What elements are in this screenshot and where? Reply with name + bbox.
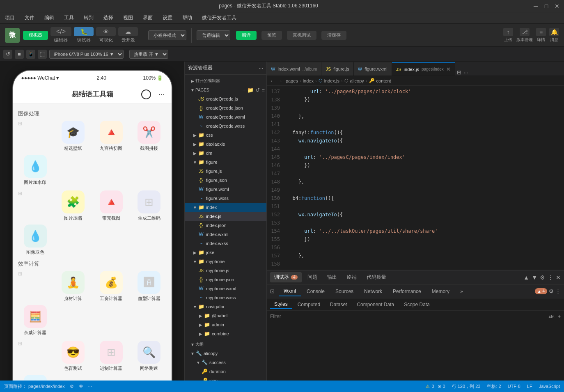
icon-item-salary[interactable]: 💰 工资计算器 [94, 271, 129, 302]
tree-admin-folder[interactable]: ▶ 📁 admin [185, 320, 266, 329]
status-dots[interactable]: ··· [88, 384, 92, 389]
tree-dm-folder[interactable]: ▶ 📁 dm [185, 149, 266, 158]
inspector-tab-more[interactable]: » [455, 287, 468, 296]
inspector-settings[interactable]: ⚙ [549, 288, 554, 294]
devtools-tab-terminal[interactable]: 终端 [343, 272, 361, 282]
breadcrumb-pages[interactable]: pages [286, 78, 298, 83]
devtools-tab-output[interactable]: 输出 [323, 272, 341, 282]
tree-alicopy[interactable]: ▼ 🔧 alicopy [185, 349, 266, 358]
breadcrumb-content[interactable]: content [376, 78, 391, 83]
style-tab-dataset[interactable]: Dataset [326, 300, 351, 309]
pages-new-folder[interactable]: 📁 [247, 87, 254, 93]
tab-figure-wxml[interactable]: W figure.wxml [354, 62, 392, 76]
tab-index-wxml[interactable]: W index.wxml ../album [267, 62, 321, 76]
style-tab-styles[interactable]: Styles [270, 300, 292, 309]
icon-item-relative[interactable]: 🧮 亲戚计算器 [18, 305, 53, 336]
tab-index-js[interactable]: JS index.js pages\index ✕ [392, 62, 455, 76]
menu-帮助[interactable]: 帮助 [181, 14, 194, 22]
tab-figure-js[interactable]: JS figure.js [321, 62, 353, 76]
devtools-down-btn[interactable]: ▼ [532, 274, 537, 281]
tree-css-folder[interactable]: ▶ 📁 css [185, 131, 266, 140]
inspector-tab-memory[interactable]: Memory [427, 287, 454, 296]
real-debug-button[interactable]: 真机调试 [287, 31, 316, 40]
tree-index-json[interactable]: {} index.json [185, 221, 266, 230]
minimize-button[interactable]: ─ [533, 3, 539, 9]
tree-myphone-js[interactable]: JS myphone.js [185, 266, 266, 275]
menu-转到[interactable]: 转到 [82, 14, 95, 22]
breadcrumb-alicopy[interactable]: alicopy [350, 78, 364, 83]
menu-微信开发者工具[interactable]: 微信开发者工具 [200, 14, 238, 22]
devtools-more-btn[interactable]: ⋮ [548, 274, 553, 281]
code-editor[interactable]: 1371381391401411421431441451461471481491… [267, 86, 564, 270]
tab-split[interactable]: ⊟ [457, 69, 461, 76]
menu-选择[interactable]: 选择 [102, 14, 115, 22]
tree-outline-section[interactable]: ▼ 大纲 [185, 340, 266, 349]
tree-open-editors[interactable]: ▶ 打开的编辑器 [185, 76, 266, 85]
menu-项目[interactable]: 项目 [3, 14, 16, 22]
icon-item-blood[interactable]: 🅰 血型计算器 [132, 271, 167, 302]
pages-new-file[interactable]: + [243, 87, 246, 93]
tree-daxiaoxie-folder[interactable]: ▶ 📁 daxiaoxie [185, 140, 266, 149]
devtools-tab-problems[interactable]: 问题 [303, 272, 321, 282]
inspector-selector-btn[interactable]: ⊡ [270, 288, 275, 294]
message-btn-group[interactable]: 🔔 消息 [549, 28, 559, 43]
status-settings[interactable]: ⚙ [70, 384, 74, 389]
tree-figure-folder[interactable]: ▼ 📁 figure [185, 158, 266, 167]
icon-item-watermark[interactable]: 💧 图片加水印 [18, 155, 53, 186]
devtools-settings-btn[interactable]: ⚙ [540, 274, 545, 281]
menu-编辑[interactable]: 编辑 [43, 14, 56, 22]
menu-视图[interactable]: 视图 [122, 14, 135, 22]
style-tab-scope-data[interactable]: Scope Data [400, 300, 434, 309]
preview-button[interactable]: 预览 [261, 31, 282, 40]
tree-createQrcode-js[interactable]: JS createQrcode.js [185, 94, 266, 103]
tab-close-index-js[interactable]: ✕ [446, 66, 451, 72]
detail-btn-group[interactable]: ≡ 详情 [536, 28, 546, 43]
simulator-button[interactable]: 模拟器 [23, 31, 48, 40]
icon-item-grid-cut[interactable]: 🔺 九宫格切图 [94, 121, 129, 151]
tree-icon[interactable]: 🔑 icon [185, 376, 266, 381]
breadcrumb-index[interactable]: index [303, 78, 314, 83]
tree-joke-folder[interactable]: ▶ 📁 joke [185, 248, 266, 257]
icon-item-color-pick[interactable]: 💧 图像取色 [18, 225, 53, 255]
tree-myphone-wxss[interactable]: ~ myphone.wxss [185, 293, 266, 302]
close-button[interactable]: ✕ [554, 3, 560, 9]
visualize-button[interactable]: 👁 [96, 27, 116, 36]
devtools-close-btn[interactable]: ✕ [556, 274, 561, 281]
file-action-more[interactable]: ··· [259, 65, 263, 71]
icon-item-netspeed[interactable]: 🔍 网络测速 [132, 341, 167, 371]
tree-index-wxss[interactable]: ~ index.wxss [185, 239, 266, 248]
sub-phone-btn[interactable]: 📱 [26, 50, 35, 59]
tree-combine-folder[interactable]: ▶ 📁 combine [185, 329, 266, 338]
editor-button[interactable]: </> [50, 27, 71, 36]
mode-select[interactable]: 小程序模式 [148, 30, 186, 40]
hotreload-select[interactable]: 热重载 开 ▼ [129, 50, 168, 59]
cls-button[interactable]: .cls [548, 314, 555, 319]
tree-createQrcode-wxml[interactable]: W createQrcode.wxml [185, 112, 266, 121]
code-content[interactable]: url: '../pagesB/pages/clock/clock' }) },… [283, 87, 564, 268]
icon-item-shell-shot[interactable]: 🔺 带壳截图 [94, 190, 129, 221]
icon-item-stitch[interactable]: ✂️ 截图拼接 [132, 121, 167, 151]
pages-collapse[interactable]: ≡ [261, 87, 265, 93]
tree-createQrcode-wxss[interactable]: ~ createQrcode.wxss [185, 121, 266, 131]
compile-select[interactable]: 普通编辑 [197, 30, 230, 40]
status-position[interactable]: 行 120，列 23 [452, 383, 481, 390]
maximize-button[interactable]: □ [543, 3, 549, 9]
menu-设置[interactable]: 设置 [161, 14, 174, 22]
inspector-tab-network[interactable]: Network [359, 287, 387, 296]
tree-figure-json[interactable]: {} figure.json [185, 176, 266, 185]
upload-btn-group[interactable]: ↑ 上传 [503, 28, 513, 43]
menu-工具[interactable]: 工具 [62, 14, 76, 22]
icon-item-qrcode[interactable]: ⊞ 生成二维码 [132, 190, 167, 221]
tree-createQrcode-json[interactable]: {} createQrcode.json [185, 103, 266, 112]
status-warning[interactable]: ⚠0 ⊗0 [426, 383, 445, 390]
tree-myphone-wxml[interactable]: W myphone.wxml [185, 284, 266, 293]
menu-界面[interactable]: 界面 [141, 14, 154, 22]
tree-index-folder[interactable]: ▼ 📁 index [185, 203, 266, 212]
tree-pages-section[interactable]: ▼ PAGES + 📁 ↺ ≡ [185, 85, 266, 94]
menu-文件[interactable]: 文件 [23, 14, 36, 22]
tree-navigator-folder[interactable]: ▼ 📁 navigator [185, 302, 266, 311]
debugger-button[interactable]: 🐛 [74, 27, 94, 36]
icon-item-protractor[interactable]: 📋 量角器 [18, 375, 53, 381]
tree-figure-js[interactable]: JS figure.js [185, 167, 266, 176]
icon-item-colorblind[interactable]: 😎 色盲测试 [56, 341, 91, 371]
